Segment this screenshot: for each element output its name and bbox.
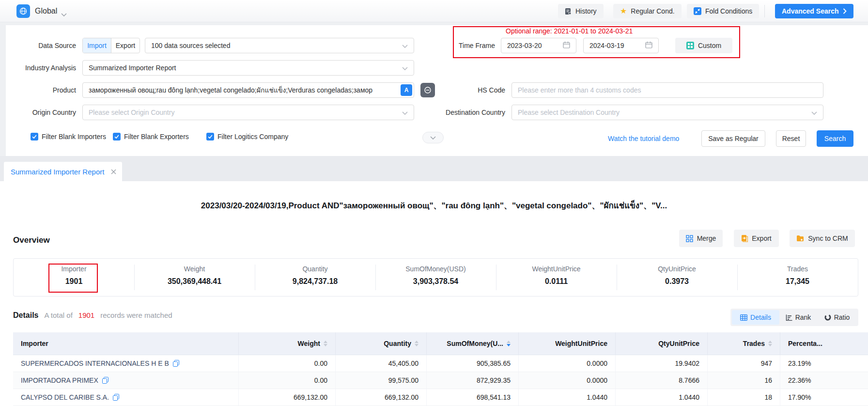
region-chevron-down-icon[interactable] <box>61 10 67 18</box>
regular-cond-button[interactable]: ★ Regular Cond. <box>613 4 682 18</box>
qty-unit-price-cell: 1.0440 <box>616 389 708 406</box>
sort-icon <box>415 341 418 346</box>
view-ratio-tab[interactable]: Ratio <box>817 310 857 325</box>
calendar-icon <box>645 41 652 50</box>
advanced-search-button[interactable]: Advanced Search <box>775 4 853 18</box>
copy-icon[interactable] <box>102 377 108 384</box>
merge-icon <box>686 235 693 242</box>
history-button[interactable]: History <box>558 4 604 18</box>
table-icon <box>740 314 747 321</box>
quantity-cell: 99,575.00 <box>336 372 427 389</box>
hs-code-input[interactable] <box>512 82 823 98</box>
overview-title: Overview <box>13 235 50 245</box>
importer-name-cell[interactable]: IMPORTADORA PRIMEX <box>13 372 239 389</box>
chevron-down-icon <box>402 64 408 72</box>
export-tab[interactable]: Export <box>111 38 140 53</box>
details-total-prefix: A total of <box>44 311 72 319</box>
export-icon <box>741 234 748 242</box>
sync-to-crm-label: Sync to CRM <box>808 234 848 242</box>
region-selector-label[interactable]: Global <box>35 6 57 16</box>
tab-title: Summarized Importer Report <box>11 168 104 176</box>
filter-blank-exporters-label: Filter Blank Exporters <box>124 132 189 141</box>
search-form-panel: Data Source Import Export 100 data sourc… <box>6 25 868 156</box>
filter-blank-importers-checkbox[interactable] <box>31 133 38 141</box>
details-header: Details A total of 1901 records were mat… <box>13 311 172 320</box>
chevron-down-icon <box>402 109 408 116</box>
data-sources-select[interactable]: 100 data sources selected <box>145 38 414 53</box>
fold-icon <box>694 7 701 15</box>
exclude-filter-button[interactable] <box>420 83 435 97</box>
stat-importer: Importer 1901 <box>14 259 134 296</box>
stat-label: QtyUnitPrice <box>617 265 737 273</box>
destination-country-label: Destination Country <box>437 105 505 120</box>
data-sources-value: 100 data sources selected <box>145 42 402 49</box>
view-details-label: Details <box>750 313 771 321</box>
copy-icon[interactable] <box>113 394 119 401</box>
export-button[interactable]: Export <box>734 230 779 247</box>
origin-country-select[interactable]: Please select Origin Country <box>82 105 414 120</box>
chevron-down-icon <box>811 109 817 116</box>
collapse-conditions-button[interactable] <box>422 132 444 143</box>
merge-button[interactable]: Merge <box>679 230 723 247</box>
destination-country-select[interactable]: Please select Destination Country <box>512 105 823 120</box>
industry-analysis-select[interactable]: Summarized Importer Report <box>82 60 414 76</box>
col-sum-of-money[interactable]: SumOfMoney(U... <box>427 332 519 355</box>
globe-region-icon[interactable] <box>16 4 30 18</box>
view-rank-tab[interactable]: Rank <box>779 310 817 325</box>
col-weight-unit-price: WeightUnitPrice <box>519 332 616 355</box>
history-label: History <box>575 7 597 15</box>
reset-button[interactable]: Reset <box>776 130 806 147</box>
filter-blank-importers-label: Filter Blank Importers <box>42 132 106 141</box>
save-as-regular-button[interactable]: Save as Regular <box>701 130 765 147</box>
stat-value: 9,824,737.18 <box>255 277 375 286</box>
end-date-input[interactable]: 2024-03-19 <box>583 38 659 53</box>
col-importer: Importer <box>13 332 239 355</box>
chevron-right-icon <box>843 8 847 14</box>
col-weight[interactable]: Weight <box>239 332 336 355</box>
time-frame-label: Time Frame <box>450 38 495 53</box>
view-ratio-label: Ratio <box>834 313 850 321</box>
view-details-tab[interactable]: Details <box>732 310 779 325</box>
import-tab[interactable]: Import <box>83 38 111 53</box>
weight-cell: 669,132.00 <box>239 389 336 406</box>
tutorial-demo-link[interactable]: Watch the tutorial demo <box>608 130 679 147</box>
copy-icon[interactable] <box>173 360 179 367</box>
col-label: Trades <box>743 340 765 347</box>
sort-icon <box>768 341 772 346</box>
check-icon <box>31 134 37 140</box>
filter-logitics-company-checkbox[interactable] <box>206 133 214 141</box>
search-button[interactable]: Search <box>817 130 853 147</box>
stat-weight-unit-price: WeightUnitPrice 0.0111 <box>496 259 617 296</box>
tab-close-icon[interactable] <box>111 169 116 174</box>
stat-label: WeightUnitPrice <box>496 265 617 273</box>
calendar-icon <box>563 41 570 50</box>
translate-icon[interactable]: A <box>401 84 412 96</box>
industry-analysis-value: Summarized Importer Report <box>83 64 402 72</box>
globe-icon <box>19 7 28 16</box>
hs-code-label: HS Code <box>437 82 505 98</box>
fold-conditions-button[interactable]: Fold Conditions <box>687 4 759 18</box>
details-total-suffix: records were matched <box>100 311 172 319</box>
importer-name-cell[interactable]: CALYPSO DEL CARIBE S.A. <box>13 389 239 406</box>
stat-value: 17,345 <box>737 277 858 286</box>
details-title: Details <box>13 311 38 320</box>
col-trades[interactable]: Trades <box>708 332 780 355</box>
qty-unit-price-cell: 19.9402 <box>616 355 708 372</box>
importer-name: SUPERMERCADOS INTERNACIONALES H E B <box>21 359 169 367</box>
product-input[interactable] <box>82 82 414 98</box>
stat-label: Importer <box>14 265 134 273</box>
filter-blank-exporters-checkbox[interactable] <box>113 133 121 141</box>
custom-range-button[interactable]: Custom <box>675 38 732 53</box>
weight-unit-price-cell: 1.0440 <box>519 389 616 406</box>
col-quantity[interactable]: Quantity <box>336 332 427 355</box>
percentage-cell: 23.19% <box>780 355 868 372</box>
start-date-input[interactable]: 2023-03-20 <box>501 38 576 53</box>
importer-name-cell[interactable]: SUPERMERCADOS INTERNACIONALES H E B <box>13 355 239 372</box>
table-row: IMPORTADORA PRIMEX 0.00 99,575.00 872,92… <box>13 372 868 389</box>
star-icon: ★ <box>620 7 627 15</box>
sync-to-crm-button[interactable]: Sync to CRM <box>790 230 855 247</box>
quantity-cell: 45,405.00 <box>336 355 427 372</box>
end-date-value: 2024-03-19 <box>584 42 645 49</box>
tab-summarized-importer-report[interactable]: Summarized Importer Report <box>4 162 122 181</box>
sum-of-money-cell: 872,929.35 <box>427 372 519 389</box>
